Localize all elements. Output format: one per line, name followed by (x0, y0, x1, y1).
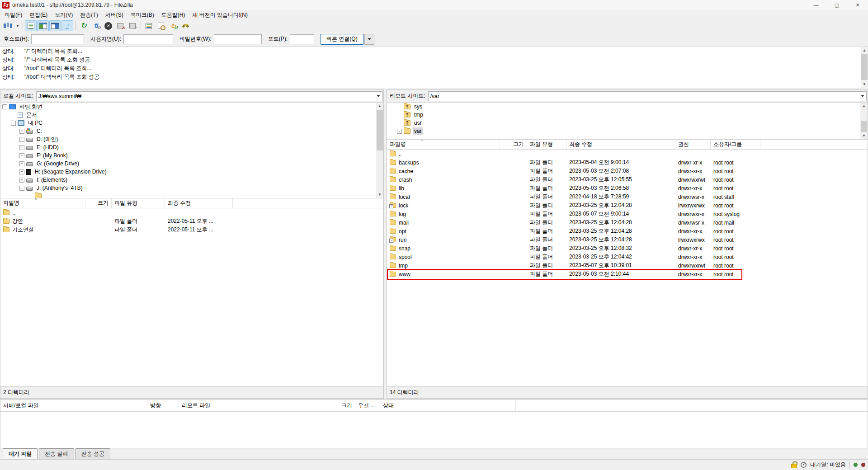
column-header-size[interactable]: 크기 (500, 140, 527, 149)
column-header-modified[interactable]: 최종 수정 (566, 140, 675, 149)
file-row[interactable]: lock 파일 폴더 2023-03-25 오후 12:04:28 lrwxrw… (387, 201, 868, 210)
toggle-local-tree-button[interactable] (37, 20, 49, 31)
username-input[interactable] (123, 34, 173, 44)
tree-item[interactable]: + E: (HDD) (0, 143, 383, 151)
expander-icon[interactable] (11, 113, 16, 118)
expander-icon[interactable]: - (11, 121, 16, 126)
tree-item[interactable] (0, 192, 383, 198)
expander-icon[interactable]: + (19, 178, 24, 183)
toggle-message-log-button[interactable] (25, 20, 37, 31)
column-header-size[interactable]: 크기 (85, 198, 112, 208)
expander-icon[interactable]: + (19, 169, 24, 174)
file-row[interactable]: .. (387, 150, 868, 158)
disconnect-button[interactable] (114, 20, 126, 31)
chevron-down-icon[interactable] (859, 95, 866, 97)
queue-column-priority[interactable]: 우선 ... (355, 400, 380, 411)
scroll-thumb[interactable] (377, 110, 383, 150)
remote-path-input[interactable] (429, 93, 859, 99)
tree-item[interactable]: - J: (Anthony's_4TB) (0, 184, 383, 192)
queue-column-direction[interactable]: 방향 (147, 400, 179, 411)
file-row[interactable]: 강연 파일 폴더 2022-05-11 오후 ... (0, 217, 383, 226)
tree-item[interactable]: + G: (Google Drive) (0, 160, 383, 168)
quickconnect-button[interactable]: 빠른 연결(Q) (321, 34, 363, 45)
queue-tab[interactable]: 전송 실패 (39, 448, 74, 460)
menu-item[interactable]: 보기(V) (51, 10, 76, 20)
column-header-type[interactable]: 파일 유형 (112, 198, 165, 208)
local-path-input[interactable] (37, 93, 375, 99)
tree-item[interactable]: + I: (Elements) (0, 176, 383, 184)
file-row[interactable]: snap 파일 폴더 2023-03-25 오후 12:08:32 drwxr-… (387, 244, 868, 253)
directory-compare-button[interactable] (155, 20, 167, 31)
menu-item[interactable]: 북마크(B) (127, 10, 158, 20)
expander-icon[interactable]: + (19, 153, 24, 158)
scroll-up-icon[interactable]: ▲ (860, 103, 868, 109)
toggle-remote-tree-button[interactable] (49, 20, 61, 31)
tree-item[interactable]: sys (387, 103, 868, 111)
tree-item[interactable]: 문서 (0, 111, 383, 119)
menu-item[interactable]: 전송(T) (76, 10, 101, 20)
tree-item[interactable]: tmp (387, 111, 868, 119)
file-row[interactable]: log 파일 폴더 2023-05-07 오전 9:00:14 drwxrwxr… (387, 210, 868, 218)
toolbar-separator[interactable] (141, 21, 141, 30)
tree-item[interactable]: usr (387, 119, 868, 127)
expander-icon[interactable]: + (19, 161, 24, 166)
toolbar-separator[interactable] (75, 21, 76, 30)
reconnect-button[interactable] (127, 20, 138, 31)
expander-icon[interactable] (397, 113, 402, 118)
file-row[interactable]: crash 파일 폴더 2023-03-25 오후 12:05:55 drwxr… (387, 175, 868, 184)
expander-icon[interactable] (397, 121, 402, 126)
expander-icon[interactable]: - (2, 104, 7, 109)
file-row[interactable]: local 파일 폴더 2022-04-18 오후 7:28:59 drwxrw… (387, 193, 868, 201)
tree-item[interactable]: + D: (메인) (0, 135, 383, 143)
toolbar-separator[interactable] (23, 21, 23, 30)
file-row[interactable]: backups 파일 폴더 2023-05-04 오전 9:00:14 drwx… (387, 158, 868, 167)
tree-item[interactable]: - 내 PC (0, 119, 383, 127)
site-manager-dropdown[interactable]: ▾ (14, 20, 20, 31)
refresh-button[interactable]: ↻ (78, 20, 90, 31)
queue-column-remote-file[interactable]: 리모트 파일 (179, 400, 328, 411)
minimize-button[interactable]: — (806, 0, 826, 10)
remote-tree-scrollbar[interactable]: ▲ ▼ (860, 103, 868, 139)
site-manager-button[interactable] (2, 20, 14, 31)
cancel-operation-button[interactable]: ✕ (102, 20, 114, 31)
quickconnect-dropdown[interactable] (364, 34, 374, 45)
expander-icon[interactable] (397, 104, 402, 109)
expander-icon[interactable]: + (19, 145, 24, 150)
log-scrollbar[interactable]: ▲ ▼ (861, 47, 868, 88)
expander-icon[interactable]: + (19, 137, 24, 142)
file-row[interactable]: .. (0, 208, 383, 217)
scroll-up-icon[interactable]: ▲ (376, 103, 383, 109)
scroll-thumb[interactable] (861, 54, 868, 80)
tree-item[interactable]: + F: (My Book) (0, 151, 383, 160)
queue-column-size[interactable]: 크기 (328, 400, 355, 411)
column-header-filename[interactable]: 파일명 ^ (0, 198, 85, 208)
expander-icon[interactable] (28, 194, 33, 199)
file-row[interactable]: opt 파일 폴더 2023-03-25 오후 12:04:28 drwxr-x… (387, 227, 868, 235)
menu-item[interactable]: 도움말(H) (158, 10, 189, 20)
port-input[interactable] (290, 34, 314, 44)
scroll-up-icon[interactable]: ▲ (861, 47, 868, 54)
scroll-thumb[interactable] (861, 121, 867, 132)
column-header-permissions[interactable]: 권한 (675, 140, 711, 149)
maximize-button[interactable]: ▢ (826, 0, 847, 10)
tree-item[interactable]: + H: (Seagate Expansion Drive) (0, 168, 383, 176)
file-row[interactable]: 기조연설 파일 폴더 2022-05-11 오후 ... (0, 226, 383, 234)
scroll-down-icon[interactable]: ▼ (860, 132, 868, 139)
queue-column-status[interactable]: 상태 (380, 400, 516, 411)
expander-icon[interactable]: - (19, 186, 24, 191)
queue-column-local-file[interactable]: 서버/로컬 파일 (0, 400, 147, 411)
close-button[interactable]: ✕ (847, 0, 868, 10)
column-header-owner[interactable]: 소유자/그룹 (711, 140, 760, 149)
scroll-down-icon[interactable]: ▼ (376, 191, 383, 198)
queue-tab[interactable]: 대기 파일 (3, 448, 38, 460)
tree-item[interactable]: - var (387, 127, 868, 135)
chevron-down-icon[interactable] (375, 95, 382, 97)
process-queue-button[interactable]: ⇅ (90, 20, 102, 31)
file-row[interactable]: run 파일 폴더 2023-03-25 오후 12:04:28 lrwxrwx… (387, 235, 868, 244)
menu-item[interactable]: 파일(F) (1, 10, 26, 20)
file-row[interactable]: tmp 파일 폴더 2023-05-07 오후 10:39:01 drwxrwx… (387, 261, 868, 270)
file-row[interactable]: www 파일 폴더 2023-05-03 오전 2:10:44 drwxr-xr… (387, 270, 868, 278)
expander-icon[interactable]: - (397, 129, 402, 134)
file-row[interactable]: mail 파일 폴더 2023-03-25 오후 12:04:28 drwxrw… (387, 218, 868, 227)
file-row[interactable]: lib 파일 폴더 2023-05-03 오전 2:06:58 drwxr-xr… (387, 184, 868, 193)
